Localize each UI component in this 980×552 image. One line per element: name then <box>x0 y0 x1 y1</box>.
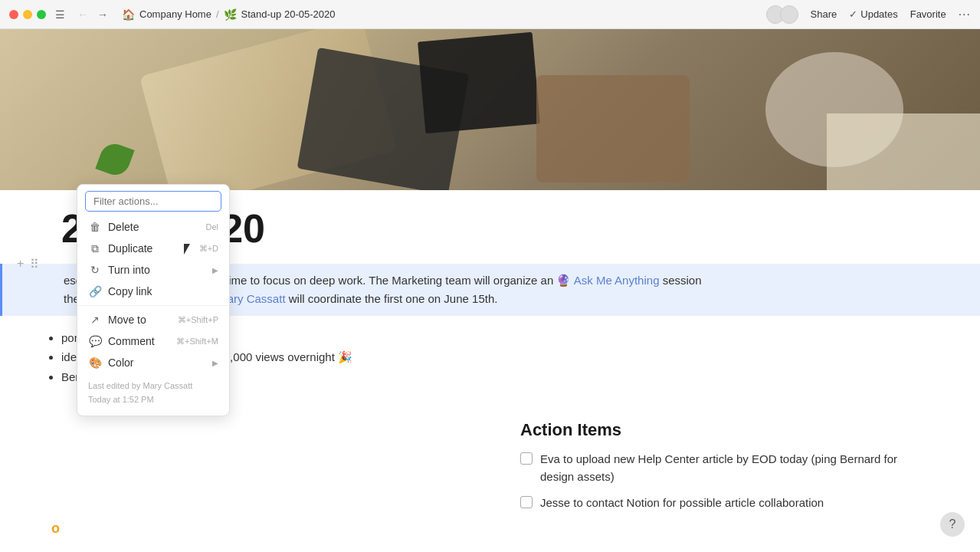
action-item-2: Jesse to contact Notion for possible art… <box>520 495 919 512</box>
copy-link-label: Copy link <box>108 285 152 297</box>
menu-item-comment[interactable]: 💬 Comment ⌘+Shift+M <box>77 330 229 352</box>
move-icon: ↗ <box>88 313 102 327</box>
menu-item-delete[interactable]: 🗑 Delete Del <box>77 216 229 238</box>
close-button[interactable] <box>9 10 18 19</box>
menu-item-duplicate[interactable]: ⧉ Duplicate ⌘+D <box>77 238 229 259</box>
comment-icon: 💬 <box>88 334 102 348</box>
trash-icon: 🗑 <box>88 220 102 234</box>
action-items-title: Action Items <box>520 420 919 440</box>
move-to-shortcut: ⌘+Shift+P <box>178 315 218 325</box>
delete-label: Delete <box>108 221 139 233</box>
help-button[interactable]: ? <box>940 512 965 537</box>
delete-shortcut: Del <box>205 222 218 232</box>
add-block-button[interactable]: + <box>15 255 25 273</box>
avatar-group <box>766 5 798 24</box>
menu-item-move-to[interactable]: ↗ Move to ⌘+Shift+P <box>77 309 229 330</box>
action-item-text-2: Jesse to contact Notion for possible art… <box>540 495 824 512</box>
art-shape-6 <box>827 113 980 190</box>
duplicate-shortcut: ⌘+D <box>199 244 218 254</box>
maximize-button[interactable] <box>37 10 46 19</box>
breadcrumb: 🏠 Company Home / 🌿 Stand-up 20-05-2020 <box>122 8 760 21</box>
action-items-panel: Action Items Eva to upload new Help Cent… <box>520 420 919 521</box>
block-controls: + ⠿ <box>15 255 41 273</box>
menu-footer: Last edited by Mary Cassatt Today at 1:5… <box>77 373 229 406</box>
hero-image <box>0 29 980 190</box>
minimize-button[interactable] <box>23 10 32 19</box>
move-to-label: Move to <box>108 314 146 326</box>
titlebar: ☰ ← → 🏠 Company Home / 🌿 Stand-up 20-05-… <box>0 0 980 29</box>
filter-actions-input[interactable] <box>85 191 221 212</box>
breadcrumb-separator: / <box>216 8 219 20</box>
menu-item-copy-link[interactable]: 🔗 Copy link <box>77 281 229 302</box>
art-shape-4 <box>536 75 690 182</box>
forward-arrow-icon[interactable]: → <box>94 7 111 22</box>
action-item-1: Eva to upload new Help Center article by… <box>520 451 919 485</box>
ask-me-anything-link[interactable]: Ask Me Anything <box>574 274 660 287</box>
menu-item-turn-into[interactable]: ↻ Turn into ▶ <box>77 259 229 281</box>
watermark: filehorse.com <box>23 521 113 537</box>
link-icon: 🔗 <box>88 284 102 298</box>
breadcrumb-page-icon: 🌿 <box>224 8 237 21</box>
check-icon: ✓ <box>849 8 857 20</box>
color-label: Color <box>108 356 133 369</box>
hero-artwork <box>0 29 980 190</box>
menu-divider <box>77 305 229 306</box>
last-edited-by: Last edited by Mary Cassatt <box>88 380 218 393</box>
color-chevron-icon: ▶ <box>212 359 218 367</box>
action-item-text-1: Eva to upload new Help Center article by… <box>540 451 919 485</box>
traffic-lights <box>9 10 46 19</box>
duplicate-label: Duplicate <box>108 242 152 255</box>
duplicate-icon: ⧉ <box>88 242 102 255</box>
share-button[interactable]: Share <box>811 8 837 20</box>
more-button[interactable]: ··· <box>959 8 971 21</box>
checkbox-1[interactable] <box>520 452 533 465</box>
turn-into-icon: ↻ <box>88 263 102 277</box>
favorite-button[interactable]: Favorite <box>910 8 946 20</box>
menu-item-color[interactable]: 🎨 Color ▶ <box>77 352 229 373</box>
art-shape-3 <box>418 32 540 134</box>
titlebar-actions: Share ✓ Updates Favorite ··· <box>766 5 971 24</box>
avatar <box>780 5 798 24</box>
context-menu: 🗑 Delete Del ⧉ Duplicate ⌘+D ↻ Turn into… <box>77 184 230 416</box>
color-icon: 🎨 <box>88 356 102 370</box>
breadcrumb-home[interactable]: Company Home <box>139 8 211 20</box>
turn-into-label: Turn into <box>108 264 150 276</box>
updates-button[interactable]: ✓ Updates <box>849 8 897 20</box>
breadcrumb-page[interactable]: Stand-up 20-05-2020 <box>241 8 336 20</box>
back-arrow-icon[interactable]: ← <box>74 7 91 22</box>
drag-handle-icon[interactable]: ⠿ <box>28 255 41 273</box>
leaf-icon <box>95 140 134 179</box>
breadcrumb-home-icon: 🏠 <box>122 8 135 21</box>
sidebar-toggle-icon[interactable]: ☰ <box>55 8 65 21</box>
turn-into-chevron-icon: ▶ <box>212 266 218 274</box>
comment-shortcut: ⌘+Shift+M <box>176 337 218 347</box>
last-edited-time: Today at 1:52 PM <box>88 393 218 407</box>
nav-arrows: ← → <box>74 7 111 22</box>
comment-label: Comment <box>108 335 155 347</box>
checkbox-2[interactable] <box>520 496 533 508</box>
